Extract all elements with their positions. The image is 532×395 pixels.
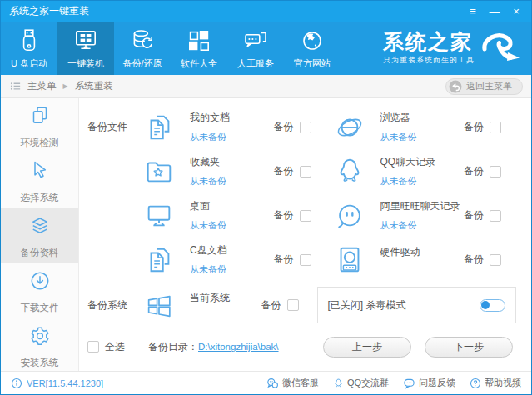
backup-item-browser: 浏览器 从未备份 备份: [330, 110, 520, 145]
window-title: 系统之家一键重装: [9, 4, 89, 18]
sidebar-item-backup-data[interactable]: 备份资料: [1, 208, 78, 263]
tab-label: U 盘启动: [11, 58, 47, 70]
section-label-backup-system: 备份系统: [87, 298, 139, 312]
qq-penguin-icon: [330, 154, 370, 189]
tab-software-collection[interactable]: 软件大全: [171, 22, 227, 75]
backup-label: 备份: [464, 252, 484, 267]
documents-icon: [139, 110, 179, 145]
download-icon: [27, 268, 52, 297]
help-videos-link[interactable]: 帮助视频: [470, 377, 521, 389]
windows-logo-icon: [139, 288, 179, 322]
breadcrumb-root[interactable]: 主菜单: [27, 80, 57, 92]
sidebar-item-label: 下载文件: [21, 302, 59, 314]
backup-label: 备份: [274, 208, 294, 222]
backup-row: C盘文档 从未备份 备份: [87, 238, 520, 282]
sidebar-item-choose-system[interactable]: 选择系统: [1, 153, 78, 208]
tab-official-website[interactable]: 官方网站: [284, 22, 341, 75]
status-bar: VER[11.5.44.1230] 微信客服: [1, 371, 531, 394]
item-status: 从未备份: [190, 219, 274, 232]
sidebar-item-label: 安装系统: [21, 357, 59, 369]
sidebar-item-download-files[interactable]: 下载文件: [1, 263, 78, 318]
backup-panel: 备份文件 我的文档 从未备份: [79, 98, 531, 371]
breadcrumb-current: 系统重装: [75, 80, 113, 92]
gear-icon: [27, 323, 52, 352]
documents-icon: [139, 242, 179, 278]
backup-item-desktop: 桌面 从未备份 备份: [139, 198, 330, 233]
sidebar-item-label: 选择系统: [21, 192, 59, 204]
backup-checkbox-hardware-drivers[interactable]: [490, 254, 501, 266]
item-name: QQ聊天记录: [380, 155, 465, 169]
backup-label: 备份: [274, 252, 294, 267]
backup-row: 收藏夹 从未备份 备份: [87, 149, 520, 193]
app-window: 系统之家一键重装 ≡ — × U 盘启动: [0, 0, 532, 395]
brand-tagline: 只为重装系统而生的工具: [383, 55, 475, 66]
footer-link-label: 问题反馈: [419, 377, 455, 389]
previous-step-button[interactable]: 上一步: [323, 337, 411, 358]
backup-label: 备份: [274, 120, 294, 134]
item-name: 当前系统: [190, 291, 261, 305]
sidebar-item-environment-check[interactable]: 环境检测: [1, 98, 78, 153]
backup-dir-path-link[interactable]: D:\xitongzhijia\bak\: [198, 342, 279, 352]
backup-system-row: 备份系统 当前系统 备份: [87, 282, 520, 328]
tab-one-click-install[interactable]: 一键装机: [57, 22, 114, 75]
backup-item-hardware-drivers: 硬件驱动 备份: [330, 242, 520, 278]
backup-row: 桌面 从未备份 备份: [87, 193, 520, 238]
brand-name: 系统之家: [383, 32, 475, 52]
backup-checkbox-c-drive-docs[interactable]: [300, 254, 311, 266]
backup-checkbox-favorites[interactable]: [300, 166, 311, 178]
item-status: [190, 311, 261, 320]
tab-human-service[interactable]: 人工服务: [227, 22, 284, 75]
tab-label: 一键装机: [67, 58, 104, 70]
item-status: 从未备份: [380, 175, 465, 188]
wechat-service-link[interactable]: 微信客服: [266, 377, 319, 389]
tab-label: 软件大全: [181, 58, 217, 70]
bottom-controls: 全选 备份目录： D:\xitongzhijia\bak\ 上一步 下一步: [87, 328, 520, 365]
qq-icon: [333, 378, 344, 389]
tab-label: 官方网站: [294, 58, 331, 70]
version-info[interactable]: VER[11.5.44.1230]: [11, 378, 103, 389]
version-text: VER[11.5.44.1230]: [27, 378, 103, 388]
breadcrumb: 主菜单 ▶ 系统重装 返回主菜单: [1, 75, 531, 98]
browser-icon: [330, 110, 370, 145]
help-icon: [470, 378, 481, 389]
backup-checkbox-qq-chat[interactable]: [490, 166, 501, 178]
main-toolbar: U 盘启动 一键装机: [1, 22, 531, 75]
item-status: 从未备份: [380, 219, 465, 232]
tab-backup-restore[interactable]: 备份/还原: [114, 22, 171, 75]
backup-checkbox-desktop[interactable]: [300, 210, 311, 222]
antivirus-toggle[interactable]: [480, 299, 505, 312]
monitor-windows-icon: [72, 28, 99, 54]
menu-icon[interactable]: ≡: [466, 6, 480, 17]
back-to-main-menu-button[interactable]: 返回主菜单: [445, 78, 523, 95]
footer-link-label: 帮助视频: [485, 377, 521, 389]
next-step-button[interactable]: 下一步: [425, 337, 513, 358]
tab-usb-boot[interactable]: U 盘启动: [1, 22, 57, 75]
backup-checkbox-wangwang-chat[interactable]: [490, 210, 501, 222]
antivirus-mode-box: [已关闭] 杀毒模式: [317, 287, 517, 323]
item-name: 收藏夹: [190, 155, 274, 169]
brand-logo: 系统之家 只为重装系统而生的工具: [383, 22, 531, 75]
close-icon[interactable]: ×: [510, 6, 523, 17]
backup-checkbox-browser[interactable]: [490, 122, 501, 133]
desktop-monitor-icon: [139, 198, 179, 233]
backup-checkbox-current-system[interactable]: [287, 299, 299, 311]
item-status: 从未备份: [380, 131, 465, 143]
backup-label: 备份: [464, 208, 484, 222]
breadcrumb-separator: ▶: [63, 82, 68, 90]
qq-group-link[interactable]: QQ交流群: [333, 377, 389, 389]
backup-item-qq-chat: QQ聊天记录 从未备份 备份: [330, 154, 520, 189]
section-label-backup-files: 备份文件: [87, 120, 139, 134]
item-name: 阿里旺旺聊天记录: [380, 199, 465, 213]
select-all-label: 全选: [105, 340, 125, 354]
select-all-checkbox[interactable]: [87, 341, 99, 352]
cursor-icon: [27, 158, 52, 187]
minimize-icon[interactable]: —: [488, 6, 501, 17]
sidebar: 环境检测 选择系统 备份资料: [1, 98, 79, 371]
backup-checkbox-my-documents[interactable]: [300, 122, 311, 133]
item-status: [380, 265, 465, 274]
backup-label: 备份: [464, 120, 484, 134]
feedback-link[interactable]: 问题反馈: [403, 377, 455, 389]
item-name: 我的文档: [190, 111, 274, 125]
sidebar-item-install-system[interactable]: 安装系统: [1, 318, 78, 373]
tab-label: 人工服务: [237, 58, 274, 70]
